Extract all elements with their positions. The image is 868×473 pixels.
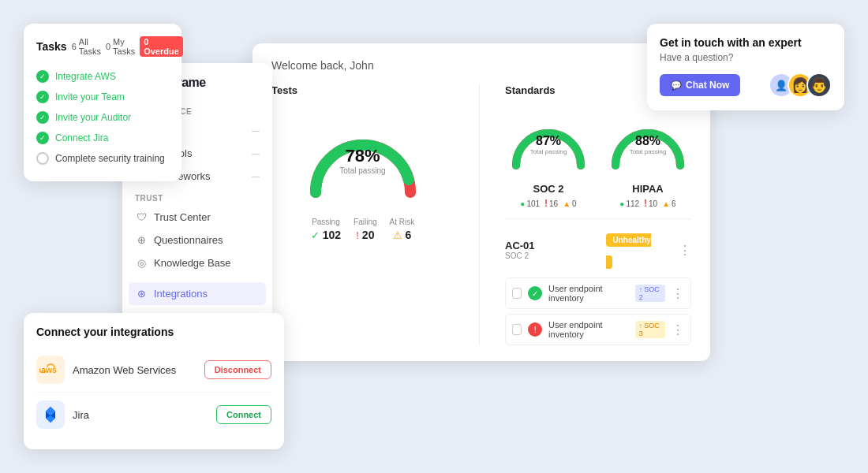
test-checkbox-2[interactable] xyxy=(512,324,522,335)
tasks-overdue-badge: 0 Overdue xyxy=(140,36,183,57)
hipaa-green-icon: ● xyxy=(619,199,624,208)
knowledge-base-icon: ◎ xyxy=(135,257,148,269)
hipaa-red-value: 10 xyxy=(649,199,657,208)
chat-now-button[interactable]: Chat Now xyxy=(660,74,740,96)
jira-logo xyxy=(36,400,65,429)
sidebar-item-questionnaires[interactable]: ⊕ Questionnaires xyxy=(122,229,272,251)
test-dots-menu-2[interactable]: ⋮ xyxy=(672,322,684,337)
soc2-gauge: 87% Total passing xyxy=(505,106,592,180)
test-name-2: User endpoint inventory xyxy=(548,320,626,339)
task-label[interactable]: Invite your Auditor xyxy=(55,112,131,123)
control-status-text: Unhealthy xyxy=(612,236,650,244)
sidebar-item-label: Integrations xyxy=(154,288,208,300)
at-risk-icon: ⚠ xyxy=(393,229,402,241)
test-checkbox[interactable] xyxy=(512,288,522,299)
sidebar-item-label: Questionnaires xyxy=(154,234,223,246)
tasks-list: Integrate AWS Invite your Team Invite yo… xyxy=(36,66,169,169)
sidebar-item-trust-center[interactable]: 🛡 Trust Center xyxy=(122,206,272,229)
task-item[interactable]: Complete security training xyxy=(36,148,169,169)
task-label[interactable]: Integrate AWS xyxy=(55,71,116,82)
task-label[interactable]: Complete security training xyxy=(55,153,165,164)
connect-button[interactable]: Connect xyxy=(216,405,271,424)
sidebar-item-label: Knowledge Base xyxy=(154,257,231,269)
tasks-all-badge: 6 All Tasks xyxy=(72,37,101,56)
hipaa-badge-red: ! 10 xyxy=(644,198,657,209)
tasks-my-count: 0 xyxy=(106,42,110,51)
passing-value: 102 xyxy=(323,229,341,241)
soc2-red-value: 16 xyxy=(549,199,558,208)
gauges-row: Tests 78% Total passing xyxy=(271,84,691,345)
hipaa-badge-green: ● 112 xyxy=(619,199,639,208)
sidebar-count: — xyxy=(252,126,260,135)
passing-icon: ✓ xyxy=(311,229,320,241)
standards-row: 87% Total passing SOC 2 ● 101 ! 16 xyxy=(505,106,691,209)
standards-section: Standards 87% Total passing xyxy=(505,84,691,345)
main-dashboard-card: Welcome back, John Tests 78% T xyxy=(253,43,710,361)
test-tag-text-2: SOC 3 xyxy=(639,322,660,337)
soc2-badge-yellow: ▲ 0 xyxy=(563,199,576,208)
soc2-center: 87% Total passing xyxy=(530,134,567,155)
control-sub: SOC 2 xyxy=(505,251,535,260)
sidebar-item-knowledge-base[interactable]: ◎ Knowledge Base xyxy=(122,251,272,274)
task-check-icon xyxy=(36,91,49,103)
soc2-name: SOC 2 xyxy=(533,183,563,195)
test-name: User endpoint inventory xyxy=(548,284,626,303)
task-check-icon xyxy=(36,70,49,83)
hipaa-gauge: 88% Total passing xyxy=(604,106,691,180)
control-test-row-2: ! User endpoint inventory ↑ SOC 3 ⋮ xyxy=(505,314,691,345)
sidebar-count: — xyxy=(252,149,260,158)
soc2-yellow-icon: ▲ xyxy=(563,199,571,208)
test-tag-text: SOC 2 xyxy=(639,285,660,301)
passing-stat: Passing ✓ 102 xyxy=(311,218,341,241)
test-tag-soc2: ↑ SOC 2 xyxy=(635,285,665,302)
tasks-overdue-label: Overdue xyxy=(144,47,179,56)
tasks-overdue-count: 0 xyxy=(144,37,148,47)
trust-center-icon: 🛡 xyxy=(135,211,148,223)
tests-stats: Passing ✓ 102 Failing ! 20 xyxy=(311,218,415,241)
sidebar-trust-section: Trust xyxy=(122,188,272,206)
svg-text:aws: aws xyxy=(41,366,57,374)
task-check-empty-icon xyxy=(36,152,49,165)
test-green-icon: ✓ xyxy=(528,286,542,300)
soc2-green-icon: ● xyxy=(520,199,525,208)
hipaa-red-icon: ! xyxy=(644,198,647,209)
sidebar-item-integrations[interactable]: ⊛ Integrations xyxy=(129,282,266,305)
section-divider xyxy=(479,84,480,345)
task-item[interactable]: Invite your Team xyxy=(36,87,169,107)
task-item[interactable]: Invite your Auditor xyxy=(36,107,169,128)
chat-bottom: Chat Now 👤 👩 👨 xyxy=(660,73,832,98)
soc2-pct: 87% xyxy=(530,134,567,148)
integrations-card: Connect your integrations aws Amazon Web… xyxy=(24,313,284,449)
integration-aws-row: aws Amazon Web Services Disconnect xyxy=(36,348,271,393)
soc2-badges: ● 101 ! 16 ▲ 0 xyxy=(520,198,576,209)
sidebar-count: — xyxy=(252,172,260,181)
task-check-icon xyxy=(36,111,49,124)
task-item[interactable]: Connect Jira xyxy=(36,128,169,148)
tests-gauge-container: 78% Total passing Passing ✓ 102 Failing xyxy=(271,106,454,241)
avatar-3: 👨 xyxy=(806,73,832,98)
control-status-sub: 1 of 2 tests passing xyxy=(606,246,672,254)
hipaa-name: HIPAA xyxy=(632,183,663,195)
soc2-badge-green: ● 101 xyxy=(520,199,540,208)
tasks-header: Tasks 6 All Tasks 0 My Tasks 0 Overdue xyxy=(36,36,169,57)
hipaa-pct-label: Total passing xyxy=(630,148,667,155)
test-dots-menu[interactable]: ⋮ xyxy=(672,286,684,301)
disconnect-button[interactable]: Disconnect xyxy=(204,360,271,379)
tasks-all-count: 6 xyxy=(72,42,77,51)
questionnaires-icon: ⊕ xyxy=(135,234,148,246)
jira-name: Jira xyxy=(73,409,208,421)
integrations-icon: ⊛ xyxy=(135,288,148,300)
task-item[interactable]: Integrate AWS xyxy=(36,66,169,87)
failing-icon: ! xyxy=(356,229,359,241)
welcome-text: Welcome back, John xyxy=(271,59,691,72)
task-label[interactable]: Invite your Team xyxy=(55,91,125,102)
aws-name: Amazon Web Services xyxy=(73,364,196,376)
integrations-title: Connect your integrations xyxy=(36,326,271,338)
control-test-row: ✓ User endpoint inventory ↑ SOC 2 ⋮ xyxy=(505,277,691,309)
dots-menu[interactable]: ⋮ xyxy=(679,243,691,258)
tasks-card: Tasks 6 All Tasks 0 My Tasks 0 Overdue I… xyxy=(24,24,181,181)
tasks-my-badge: 0 My Tasks xyxy=(106,37,135,56)
failing-stat: Failing ! 20 xyxy=(354,218,376,241)
control-id: AC-01 xyxy=(505,240,535,251)
task-label[interactable]: Connect Jira xyxy=(55,132,108,143)
